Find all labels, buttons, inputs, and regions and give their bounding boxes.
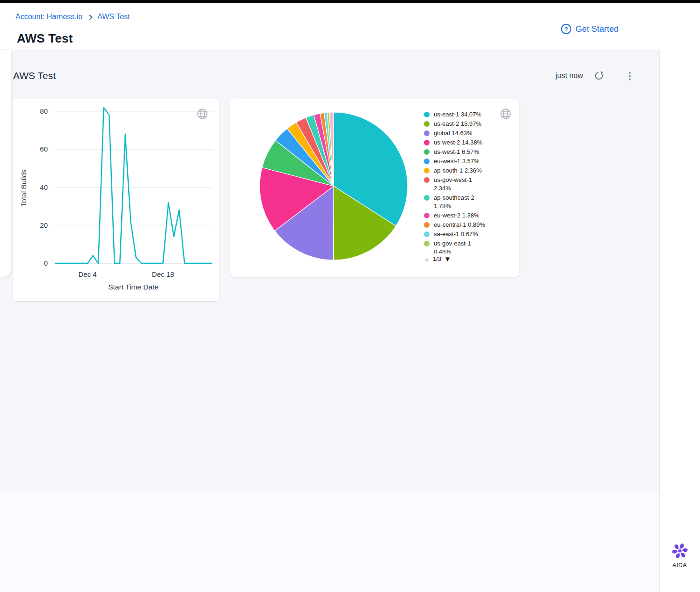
legend-item-label: ap-southeast-2 1.78% xyxy=(434,194,488,210)
legend-swatch-icon xyxy=(424,130,430,136)
legend-swatch-icon xyxy=(424,140,430,145)
legend-item[interactable]: eu-west-2 1.38% xyxy=(424,211,499,220)
refresh-button[interactable] xyxy=(593,70,605,81)
legend-item-label: us-east-1 34.07% xyxy=(434,110,488,119)
legend-item-label: us-west-2 14.38% xyxy=(434,138,488,147)
total-builds-line-chart: 020406080Dec 4Dec 18Start Time DateTotal… xyxy=(13,99,219,301)
legend-item-label: eu-west-1 3.57% xyxy=(434,157,488,166)
svg-text:40: 40 xyxy=(40,183,48,191)
legend-item[interactable]: ap-south-1 2.36% xyxy=(424,166,499,175)
legend-item-label: us-gov-east-1 0.48% xyxy=(434,239,488,253)
legend-item[interactable]: eu-west-1 3.57% xyxy=(424,157,499,166)
legend-item-label: us-west-1 6.57% xyxy=(434,148,488,156)
legend-item[interactable]: eu-central-1 0.89% xyxy=(424,221,499,229)
legend-swatch-icon xyxy=(424,222,430,228)
legend-item[interactable]: us-east-1 34.07% xyxy=(424,110,499,119)
pie-legend-list: us-east-1 34.07%us-east-2 15.97%global 1… xyxy=(424,110,499,253)
harness-dashboard-page: Account: Harness.io AWS Test AWS Test ? … xyxy=(0,0,700,592)
breadcrumb-account-link[interactable]: Account: Harness.io xyxy=(15,13,82,21)
legend-next-icon[interactable]: ▼ xyxy=(444,255,451,263)
window-top-edge xyxy=(0,0,700,3)
kebab-menu-button[interactable]: ⋮ xyxy=(623,71,636,80)
legend-swatch-icon xyxy=(424,112,430,117)
page-title: AWS Test xyxy=(17,31,73,46)
dashboard-toolbar: AWS Test just now ⋮ xyxy=(13,70,636,81)
aida-assistant-button[interactable]: AIDA xyxy=(659,542,700,569)
collapsed-nav-sliver xyxy=(0,50,11,277)
regions-pie-tile: us-east-1 34.07%us-east-2 15.97%global 1… xyxy=(230,99,519,277)
legend-swatch-icon xyxy=(424,149,430,155)
globe-icon xyxy=(499,108,512,120)
legend-swatch-icon xyxy=(424,231,430,237)
svg-text:Dec 18: Dec 18 xyxy=(152,270,175,278)
dashboard-area: AWS Test just now ⋮ 020406080Dec 4Dec 18… xyxy=(0,50,659,492)
page-header: Account: Harness.io AWS Test AWS Test ? … xyxy=(0,3,659,50)
last-refreshed-label: just now xyxy=(555,72,583,80)
legend-item-label: us-east-2 15.97% xyxy=(434,120,488,128)
legend-prev-icon[interactable]: ▲ xyxy=(424,255,430,262)
legend-swatch-icon xyxy=(424,168,430,173)
help-icon: ? xyxy=(561,24,571,34)
svg-text:Total Builds: Total Builds xyxy=(20,169,28,207)
legend-item[interactable]: us-east-2 15.97% xyxy=(424,120,499,128)
get-started-label: Get Started xyxy=(576,24,619,34)
dashboard-controls: just now ⋮ xyxy=(555,70,636,81)
legend-item-label: us-gov-west-1 2.34% xyxy=(434,176,488,193)
legend-item-label: global 14.63% xyxy=(434,129,488,137)
legend-item[interactable]: sa-east-1 0.67% xyxy=(424,230,499,238)
legend-item-label: sa-east-1 0.67% xyxy=(434,230,488,238)
aida-label: AIDA xyxy=(672,562,687,569)
chevron-right-icon xyxy=(88,14,93,20)
svg-text:Dec 4: Dec 4 xyxy=(79,270,97,278)
legend-swatch-icon xyxy=(424,213,430,218)
kebab-menu-icon: ⋮ xyxy=(625,71,634,81)
right-rail xyxy=(659,50,700,592)
aida-icon xyxy=(671,542,688,559)
refresh-icon xyxy=(594,71,604,81)
legend-item-label: ap-south-1 2.36% xyxy=(434,166,488,175)
legend-swatch-icon xyxy=(424,241,430,246)
globe-icon xyxy=(196,108,209,120)
legend-item[interactable]: global 14.63% xyxy=(424,129,499,137)
svg-text:0: 0 xyxy=(44,259,48,267)
legend-swatch-icon xyxy=(424,195,430,201)
legend-item[interactable]: ap-southeast-2 1.78% xyxy=(424,194,499,210)
legend-item[interactable]: us-gov-east-1 0.48% xyxy=(424,239,499,253)
legend-item[interactable]: us-gov-west-1 2.34% xyxy=(424,176,499,193)
svg-text:Start Time Date: Start Time Date xyxy=(108,283,159,291)
legend-item-label: eu-central-1 0.89% xyxy=(434,221,488,229)
breadcrumb: Account: Harness.io AWS Test xyxy=(15,13,130,21)
legend-page-indicator: 1/3 xyxy=(433,255,441,262)
legend-item[interactable]: us-west-2 14.38% xyxy=(424,138,499,147)
legend-swatch-icon xyxy=(424,121,430,127)
svg-text:80: 80 xyxy=(40,107,48,115)
dashboard-title: AWS Test xyxy=(13,70,56,81)
page-lower-band xyxy=(0,492,659,592)
get-started-link[interactable]: ? Get Started xyxy=(561,24,619,34)
breadcrumb-page-link[interactable]: AWS Test xyxy=(97,13,130,21)
svg-text:20: 20 xyxy=(40,221,48,229)
legend-item-label: eu-west-2 1.38% xyxy=(434,211,488,220)
legend-pagination: ▲ 1/3 ▼ xyxy=(424,255,499,263)
total-builds-tile: 020406080Dec 4Dec 18Start Time DateTotal… xyxy=(13,99,219,301)
pie-legend: us-east-1 34.07%us-east-2 15.97%global 1… xyxy=(424,110,499,263)
svg-text:60: 60 xyxy=(40,145,48,153)
legend-item[interactable]: us-west-1 6.57% xyxy=(424,148,499,156)
legend-swatch-icon xyxy=(424,159,430,164)
legend-swatch-icon xyxy=(424,177,430,183)
